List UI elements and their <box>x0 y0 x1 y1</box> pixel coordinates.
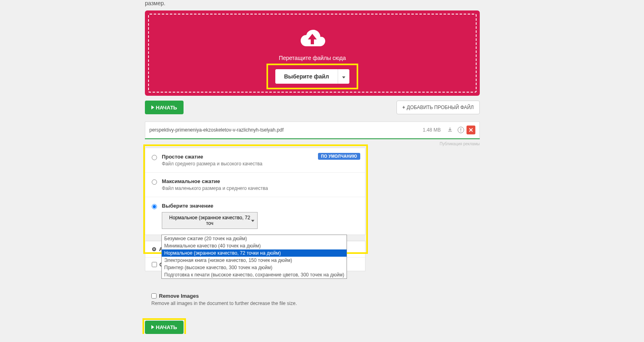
add-sample-file-button[interactable]: ДОБАВИТЬ ПРОБНЫЙ ФАЙЛ <box>396 101 480 114</box>
option-custom-title: Выберите значение <box>162 203 359 209</box>
dropdown-option-printer[interactable]: Принтер (высокое качество, 300 точек на … <box>162 264 347 271</box>
option-max-desc: Файл маленького размера и среднего качес… <box>162 185 359 191</box>
remove-images-label: Remove Images <box>159 293 199 299</box>
option-custom-value[interactable]: Выберите значение Нормальное (экранное к… <box>145 197 365 235</box>
info-icon[interactable]: ! <box>458 127 464 133</box>
start-button-top[interactable]: НАЧАТЬ <box>145 101 184 114</box>
plus-icon <box>402 105 405 110</box>
select-file-dropdown-button[interactable] <box>338 69 349 84</box>
option-max-title: Максимальное сжатие <box>162 178 359 184</box>
dropdown-option-normal[interactable]: Нормальное (экранное качество, 72 точки … <box>162 249 347 257</box>
radio-custom[interactable] <box>152 204 157 209</box>
remove-images-desc: Remove all images in the document to fur… <box>151 301 359 306</box>
radio-simple[interactable] <box>152 155 157 160</box>
radio-max[interactable] <box>152 179 157 185</box>
chevron-right-icon <box>151 105 154 111</box>
select-file-button[interactable]: Выберите файл <box>275 69 338 84</box>
dropdown-option-insane[interactable]: Безумное сжатие (20 точек на дюйм) <box>162 235 347 242</box>
gear-icon <box>152 246 157 252</box>
intro-text-fragment: размер. <box>145 0 480 6</box>
default-badge: ПО УМОЛЧАНИЮ <box>318 153 360 160</box>
file-size: 1.48 MB <box>423 127 441 133</box>
start-button-bottom[interactable]: НАЧАТЬ <box>145 321 184 334</box>
file-name: perspektivy-primeneniya-ekzoskeletov-v-r… <box>149 127 423 133</box>
compression-options-panel: Простое сжатие Файл среднего размера и в… <box>145 148 365 235</box>
option-simple-desc: Файл среднего размера и высокого качеств… <box>162 161 359 167</box>
cloud-upload-icon <box>298 27 326 51</box>
ad-sidebar-space <box>373 146 480 334</box>
option-simple-compression[interactable]: Простое сжатие Файл среднего размера и в… <box>145 148 365 173</box>
chevron-right-icon <box>151 324 154 330</box>
remove-file-button[interactable] <box>466 126 475 134</box>
dropzone-text: Перетащите файлы сюда <box>157 55 468 61</box>
preset-dropdown-list[interactable]: Безумное сжатие (20 точек на дюйм) Миним… <box>161 235 347 279</box>
ad-disclosure-text: Публикация рекламы <box>145 142 480 146</box>
chevron-down-icon <box>342 74 345 80</box>
remove-images-checkbox[interactable] <box>151 293 157 299</box>
start-button-label: НАЧАТЬ <box>156 105 177 111</box>
grayscale-checkbox[interactable] <box>152 262 157 267</box>
start-button-label-bottom: НАЧАТЬ <box>156 324 177 330</box>
option-max-compression[interactable]: Максимальное сжатие Файл маленького разм… <box>145 173 365 197</box>
preset-select[interactable]: Нормальное (экранное качество, 72 точ <box>162 212 258 229</box>
download-icon[interactable] <box>447 127 453 134</box>
file-dropzone[interactable]: Перетащите файлы сюда Выберите файл <box>145 10 480 96</box>
uploaded-file-row: perspektivy-primeneniya-ekzoskeletov-v-r… <box>145 122 480 138</box>
dropdown-option-prepress[interactable]: Подготовка к печати (высокое качество, с… <box>162 271 347 278</box>
dropdown-option-ebook[interactable]: Электронная книга (низкое качество, 150 … <box>162 257 347 264</box>
sample-button-label: ДОБАВИТЬ ПРОБНЫЙ ФАЙЛ <box>407 105 474 110</box>
dropdown-option-minimal[interactable]: Минимальное качество (40 точек на дюйм) <box>162 242 347 249</box>
